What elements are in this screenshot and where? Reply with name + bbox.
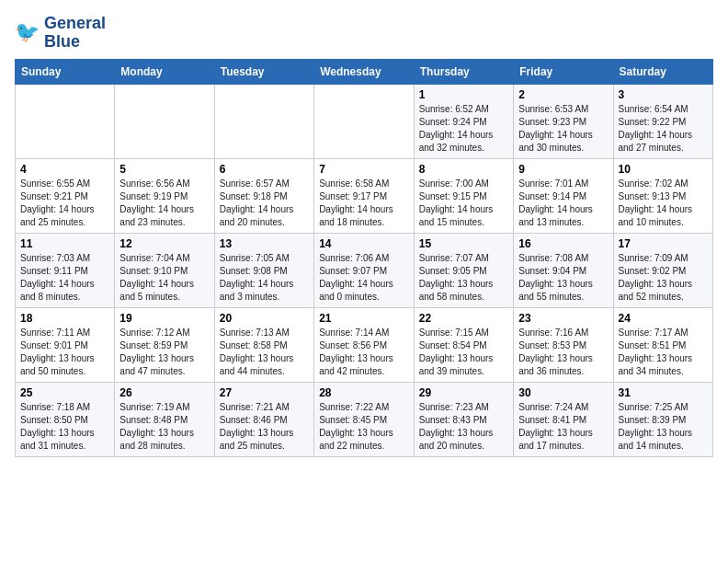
calendar-cell: 20Sunrise: 7:13 AM Sunset: 8:58 PM Dayli…	[214, 307, 313, 382]
day-header-saturday: Saturday	[613, 59, 713, 84]
calendar-cell: 7Sunrise: 6:58 AM Sunset: 9:17 PM Daylig…	[314, 158, 415, 233]
day-number: 14	[319, 237, 409, 250]
day-info: Sunrise: 7:09 AM Sunset: 9:02 PM Dayligh…	[619, 252, 709, 304]
day-info: Sunrise: 7:07 AM Sunset: 9:05 PM Dayligh…	[419, 252, 508, 304]
logo: 🐦 General Blue	[15, 15, 106, 52]
day-info: Sunrise: 7:03 AM Sunset: 9:11 PM Dayligh…	[20, 252, 109, 304]
day-number: 19	[119, 312, 209, 325]
day-number: 29	[419, 386, 508, 399]
day-number: 25	[20, 386, 109, 399]
calendar-week-row: 4Sunrise: 6:55 AM Sunset: 9:21 PM Daylig…	[16, 158, 713, 233]
calendar-cell: 29Sunrise: 7:23 AM Sunset: 8:43 PM Dayli…	[414, 382, 513, 456]
day-info: Sunrise: 6:52 AM Sunset: 9:24 PM Dayligh…	[419, 103, 508, 155]
calendar-cell: 10Sunrise: 7:02 AM Sunset: 9:13 PM Dayli…	[613, 158, 713, 233]
day-number: 20	[220, 312, 309, 325]
calendar-cell: 14Sunrise: 7:06 AM Sunset: 9:07 PM Dayli…	[314, 233, 415, 307]
day-number: 2	[518, 88, 608, 101]
day-header-sunday: Sunday	[16, 59, 115, 84]
day-info: Sunrise: 7:02 AM Sunset: 9:13 PM Dayligh…	[619, 178, 709, 229]
calendar-cell: 11Sunrise: 7:03 AM Sunset: 9:11 PM Dayli…	[16, 233, 115, 307]
day-info: Sunrise: 7:23 AM Sunset: 8:43 PM Dayligh…	[419, 401, 508, 453]
day-info: Sunrise: 7:08 AM Sunset: 9:04 PM Dayligh…	[518, 252, 608, 304]
calendar-cell: 8Sunrise: 7:00 AM Sunset: 9:15 PM Daylig…	[414, 158, 513, 233]
calendar-cell: 5Sunrise: 6:56 AM Sunset: 9:19 PM Daylig…	[115, 158, 214, 233]
day-number: 16	[518, 237, 608, 250]
day-info: Sunrise: 7:13 AM Sunset: 8:58 PM Dayligh…	[220, 327, 309, 378]
day-number: 8	[419, 163, 508, 176]
calendar-cell: 19Sunrise: 7:12 AM Sunset: 8:59 PM Dayli…	[115, 307, 214, 382]
calendar-week-row: 11Sunrise: 7:03 AM Sunset: 9:11 PM Dayli…	[16, 233, 713, 307]
day-header-thursday: Thursday	[414, 59, 513, 84]
day-info: Sunrise: 7:01 AM Sunset: 9:14 PM Dayligh…	[518, 178, 608, 229]
calendar-cell: 30Sunrise: 7:24 AM Sunset: 8:41 PM Dayli…	[514, 382, 613, 456]
day-info: Sunrise: 7:15 AM Sunset: 8:54 PM Dayligh…	[419, 327, 508, 378]
logo-text: General Blue	[44, 15, 106, 52]
day-info: Sunrise: 6:54 AM Sunset: 9:22 PM Dayligh…	[619, 103, 709, 155]
calendar-cell: 21Sunrise: 7:14 AM Sunset: 8:56 PM Dayli…	[314, 307, 415, 382]
day-info: Sunrise: 7:18 AM Sunset: 8:50 PM Dayligh…	[20, 401, 109, 453]
calendar-week-row: 1Sunrise: 6:52 AM Sunset: 9:24 PM Daylig…	[16, 84, 713, 158]
day-info: Sunrise: 7:21 AM Sunset: 8:46 PM Dayligh…	[220, 401, 309, 453]
day-info: Sunrise: 7:25 AM Sunset: 8:39 PM Dayligh…	[619, 401, 709, 453]
calendar-cell: 4Sunrise: 6:55 AM Sunset: 9:21 PM Daylig…	[16, 158, 115, 233]
day-info: Sunrise: 7:16 AM Sunset: 8:53 PM Dayligh…	[518, 327, 608, 378]
calendar-cell: 31Sunrise: 7:25 AM Sunset: 8:39 PM Dayli…	[613, 382, 713, 456]
day-info: Sunrise: 7:19 AM Sunset: 8:48 PM Dayligh…	[119, 401, 209, 453]
calendar-week-row: 18Sunrise: 7:11 AM Sunset: 9:01 PM Dayli…	[16, 307, 713, 382]
day-number: 15	[419, 237, 508, 250]
day-info: Sunrise: 7:04 AM Sunset: 9:10 PM Dayligh…	[119, 252, 209, 304]
day-number: 18	[20, 312, 109, 325]
day-number: 24	[619, 312, 709, 325]
day-info: Sunrise: 7:12 AM Sunset: 8:59 PM Dayligh…	[119, 327, 209, 378]
day-number: 7	[319, 163, 409, 176]
day-info: Sunrise: 7:24 AM Sunset: 8:41 PM Dayligh…	[518, 401, 608, 453]
calendar-cell: 1Sunrise: 6:52 AM Sunset: 9:24 PM Daylig…	[414, 84, 513, 158]
day-info: Sunrise: 7:06 AM Sunset: 9:07 PM Dayligh…	[319, 252, 409, 304]
day-number: 9	[518, 163, 608, 176]
day-number: 1	[419, 88, 508, 101]
day-info: Sunrise: 6:58 AM Sunset: 9:17 PM Dayligh…	[319, 178, 409, 229]
day-number: 30	[518, 386, 608, 399]
day-number: 13	[220, 237, 309, 250]
calendar-cell	[115, 84, 214, 158]
calendar-cell: 17Sunrise: 7:09 AM Sunset: 9:02 PM Dayli…	[613, 233, 713, 307]
calendar-cell: 24Sunrise: 7:17 AM Sunset: 8:51 PM Dayli…	[613, 307, 713, 382]
calendar-cell: 9Sunrise: 7:01 AM Sunset: 9:14 PM Daylig…	[514, 158, 613, 233]
calendar-cell: 28Sunrise: 7:22 AM Sunset: 8:45 PM Dayli…	[314, 382, 415, 456]
day-info: Sunrise: 7:00 AM Sunset: 9:15 PM Dayligh…	[419, 178, 508, 229]
day-number: 4	[20, 163, 109, 176]
day-number: 26	[119, 386, 209, 399]
day-number: 17	[619, 237, 709, 250]
day-number: 22	[419, 312, 508, 325]
day-number: 3	[619, 88, 709, 101]
calendar-cell: 12Sunrise: 7:04 AM Sunset: 9:10 PM Dayli…	[115, 233, 214, 307]
day-info: Sunrise: 6:55 AM Sunset: 9:21 PM Dayligh…	[20, 178, 109, 229]
day-number: 10	[619, 163, 709, 176]
calendar-cell: 3Sunrise: 6:54 AM Sunset: 9:22 PM Daylig…	[613, 84, 713, 158]
day-header-friday: Friday	[514, 59, 613, 84]
day-info: Sunrise: 7:11 AM Sunset: 9:01 PM Dayligh…	[20, 327, 109, 378]
calendar-week-row: 25Sunrise: 7:18 AM Sunset: 8:50 PM Dayli…	[16, 382, 713, 456]
day-number: 21	[319, 312, 409, 325]
calendar-header-row: SundayMondayTuesdayWednesdayThursdayFrid…	[16, 59, 713, 84]
page-header: 🐦 General Blue	[15, 15, 713, 52]
calendar-cell	[314, 84, 415, 158]
day-info: Sunrise: 6:56 AM Sunset: 9:19 PM Dayligh…	[119, 178, 209, 229]
calendar-cell: 16Sunrise: 7:08 AM Sunset: 9:04 PM Dayli…	[514, 233, 613, 307]
calendar-cell: 22Sunrise: 7:15 AM Sunset: 8:54 PM Dayli…	[414, 307, 513, 382]
calendar-cell	[214, 84, 313, 158]
calendar-cell: 27Sunrise: 7:21 AM Sunset: 8:46 PM Dayli…	[214, 382, 313, 456]
day-number: 5	[119, 163, 209, 176]
day-number: 31	[619, 386, 709, 399]
day-header-wednesday: Wednesday	[314, 59, 415, 84]
day-info: Sunrise: 7:05 AM Sunset: 9:08 PM Dayligh…	[220, 252, 309, 304]
day-info: Sunrise: 7:14 AM Sunset: 8:56 PM Dayligh…	[319, 327, 409, 378]
calendar-cell: 23Sunrise: 7:16 AM Sunset: 8:53 PM Dayli…	[514, 307, 613, 382]
day-info: Sunrise: 6:53 AM Sunset: 9:23 PM Dayligh…	[518, 103, 608, 155]
calendar-cell: 18Sunrise: 7:11 AM Sunset: 9:01 PM Dayli…	[16, 307, 115, 382]
calendar-cell	[16, 84, 115, 158]
day-info: Sunrise: 6:57 AM Sunset: 9:18 PM Dayligh…	[220, 178, 309, 229]
logo-bird-icon: 🐦	[15, 20, 40, 46]
calendar-cell: 15Sunrise: 7:07 AM Sunset: 9:05 PM Dayli…	[414, 233, 513, 307]
day-number: 12	[119, 237, 209, 250]
